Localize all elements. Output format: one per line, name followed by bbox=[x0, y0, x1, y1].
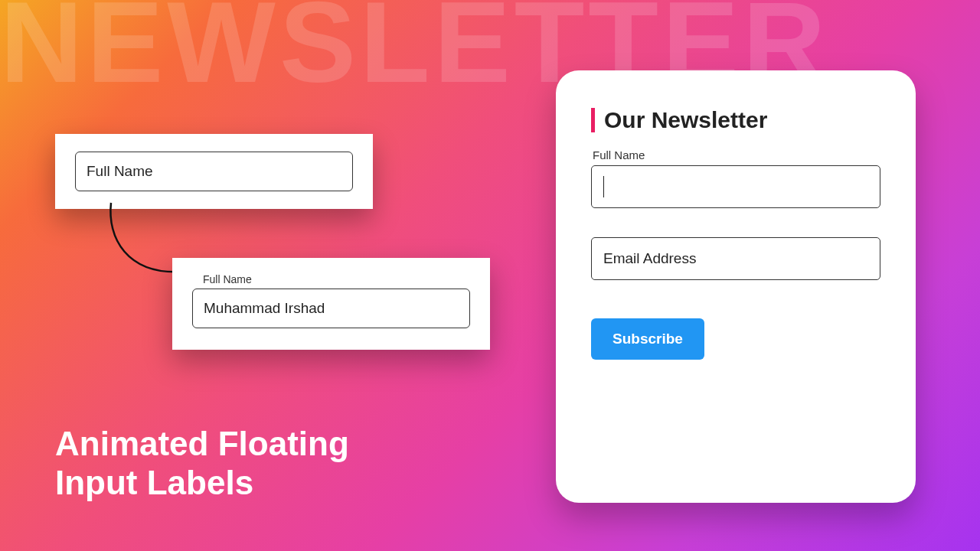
newsletter-form-card: Our Newsletter Full Name Email Address S… bbox=[556, 70, 916, 503]
demo-state-floated: Full Name bbox=[172, 258, 490, 350]
email-input[interactable] bbox=[591, 237, 880, 280]
full-name-input[interactable] bbox=[591, 165, 880, 208]
demo-input-placeholder[interactable] bbox=[75, 152, 353, 191]
headline-text: Animated FloatingInput Labels bbox=[55, 425, 349, 502]
form-group-full-name: Full Name bbox=[591, 165, 880, 208]
title-accent-bar bbox=[591, 108, 595, 132]
demo-input-filled[interactable] bbox=[192, 289, 470, 328]
demo-floated-label: Full Name bbox=[203, 273, 470, 285]
form-group-email: Email Address bbox=[591, 237, 880, 280]
newsletter-title: Our Newsletter bbox=[604, 107, 767, 133]
full-name-label: Full Name bbox=[593, 148, 645, 161]
subscribe-button[interactable]: Subscribe bbox=[591, 318, 704, 360]
demo-state-placeholder bbox=[55, 134, 373, 209]
text-cursor-icon bbox=[603, 176, 604, 197]
newsletter-title-row: Our Newsletter bbox=[591, 107, 880, 133]
